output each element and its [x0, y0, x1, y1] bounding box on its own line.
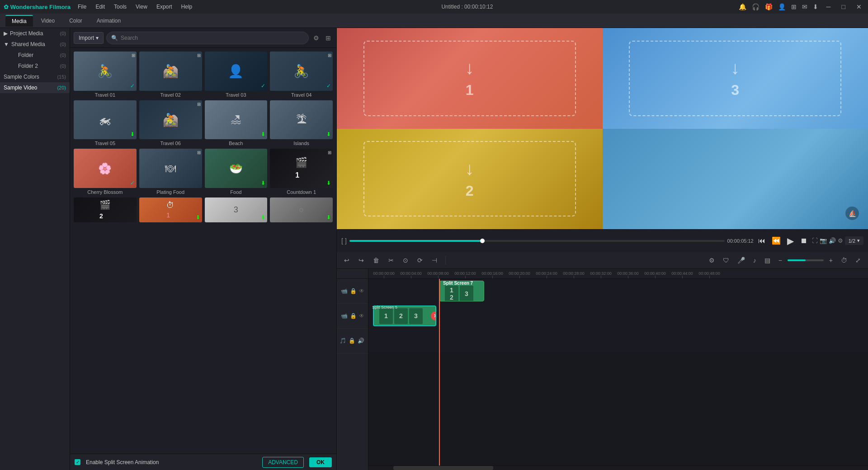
shield-icon[interactable]: 🛡 — [720, 255, 732, 266]
list-item[interactable]: 🥗 ⬇ Food — [205, 149, 268, 195]
mic-icon[interactable]: 🎤 — [735, 255, 748, 266]
download-icon[interactable]: ⬇ — [813, 3, 818, 10]
timeline-scrollbar[interactable] — [368, 465, 868, 470]
settings-gear-icon[interactable]: ⚙ — [706, 255, 717, 266]
filter-icon[interactable]: ⚙ — [311, 33, 321, 43]
list-item[interactable]: 🍽 ⊞ Plating Food — [139, 149, 202, 195]
delete-icon[interactable]: 🗑 — [370, 255, 382, 266]
menu-file[interactable]: File — [74, 3, 90, 11]
user-icon[interactable]: 👤 — [778, 3, 786, 10]
scrollbar-thumb[interactable] — [393, 466, 493, 470]
menu-tools[interactable]: Tools — [110, 3, 130, 11]
play-button[interactable]: ▶ — [785, 234, 796, 248]
layout2-icon[interactable]: ▤ — [762, 255, 773, 266]
list-item[interactable]: 🌸 ✓ Cherry Blossom — [74, 149, 137, 195]
audio-icon[interactable]: ♪ — [750, 255, 759, 266]
progress-thumb — [480, 239, 485, 243]
minus-icon[interactable]: − — [776, 255, 785, 266]
plus-icon[interactable]: + — [826, 255, 835, 266]
list-item[interactable]: ○ ⬇ — [270, 197, 333, 222]
maximize-button[interactable]: □ — [839, 3, 848, 10]
grid-icon[interactable]: ⊞ — [324, 33, 333, 43]
list-item[interactable]: 🏖 ⬇ Beach — [205, 100, 268, 146]
cut-icon[interactable]: ✂ — [386, 255, 396, 266]
playhead[interactable] — [439, 279, 440, 465]
list-item[interactable]: 🚵 ⊞ Travel 02 — [139, 52, 202, 98]
menu-help[interactable]: Help — [178, 3, 196, 11]
volume2-icon[interactable]: 🔊 — [358, 338, 364, 344]
close-button[interactable]: ✕ — [854, 3, 864, 10]
tree-sample-video[interactable]: Sample Video (20) — [0, 82, 70, 93]
settings-icon[interactable]: ⚙ — [838, 237, 843, 244]
menu-export[interactable]: Export — [153, 3, 176, 11]
badge-icon: ⊞ — [328, 150, 331, 155]
progress-fill — [349, 240, 485, 242]
list-item[interactable]: 🎬2 — [74, 197, 137, 222]
step-back-button[interactable]: ⏪ — [770, 235, 783, 247]
lock-icon[interactable]: 🔒 — [350, 288, 357, 294]
lock2-icon[interactable]: 🔒 — [350, 313, 357, 319]
layout-icon[interactable]: ⊞ — [791, 3, 797, 10]
list-item[interactable]: ⏱1 ⬇ — [139, 197, 202, 222]
screenshot-icon[interactable]: 📷 — [820, 237, 827, 244]
search-input[interactable] — [121, 35, 304, 41]
check-icon: ✓ — [326, 83, 331, 89]
eye2-icon[interactable]: 👁 — [359, 313, 364, 319]
drop-zone-1[interactable]: ↓ 1 — [363, 41, 576, 116]
tab-animation[interactable]: Animation — [90, 15, 127, 26]
enable-checkbox[interactable]: ✓ — [75, 459, 80, 465]
volume-icon[interactable]: 🔊 — [829, 237, 836, 244]
drop-zone-2[interactable]: ↓ 3 — [629, 41, 841, 116]
zoom-slider[interactable] — [788, 259, 824, 261]
gift-icon[interactable]: 🎁 — [765, 3, 773, 10]
tab-media[interactable]: Media — [5, 15, 33, 27]
tree-project-media[interactable]: ▶ Project Media (0) — [0, 28, 70, 39]
minimize-button[interactable]: ─ — [824, 3, 834, 10]
list-item[interactable]: 🏝 ⬇ Islands — [270, 100, 333, 146]
ruler-mark: 00:00:08:00 — [425, 271, 452, 278]
notification-icon[interactable]: 🔔 — [739, 3, 746, 10]
advanced-button[interactable]: ADVANCED — [262, 457, 304, 468]
list-item[interactable]: 3 ⬇ — [205, 197, 268, 222]
list-item[interactable]: 🚴 ⊞ ✓ Travel 04 — [270, 52, 333, 98]
lock3-icon[interactable]: 🔒 — [349, 338, 355, 344]
timeline-content: 00:00:00:00 00:00:04:00 00:00:08:00 00:0… — [368, 269, 868, 470]
fit-screen-icon[interactable]: ⛶ — [812, 237, 818, 244]
ok-button[interactable]: OK — [309, 457, 332, 467]
copy-icon[interactable]: ⊙ — [400, 255, 411, 266]
rewind-button[interactable]: ⏮ — [756, 235, 767, 247]
split-icon[interactable]: ⊣ — [429, 255, 440, 266]
redo-icon[interactable]: ↪ — [356, 255, 367, 266]
tab-color[interactable]: Color — [63, 15, 89, 26]
tree-folder[interactable]: Folder (0) — [0, 50, 70, 61]
bracket-right-icon[interactable]: ] — [345, 237, 347, 244]
progress-bar[interactable] — [349, 240, 725, 242]
list-item[interactable]: 🏍 ⬇ Travel 05 — [74, 100, 137, 146]
search-box[interactable]: 🔍 — [106, 32, 309, 44]
tree-sample-colors[interactable]: Sample Colors (15) — [0, 71, 70, 82]
list-item[interactable]: 🎬1 ⊞ ⬇ Countdown 1 — [270, 149, 333, 195]
drop-zone-3[interactable]: ↓ 2 — [363, 141, 576, 216]
clip-split-screen-7[interactable]: Split Screen 7 12 3 — [439, 281, 484, 301]
tree-shared-media[interactable]: ▼ Shared Media (0) — [0, 39, 70, 50]
tree-folder2[interactable]: Folder 2 (0) — [0, 61, 70, 71]
menu-edit[interactable]: Edit — [92, 3, 108, 11]
page-indicator[interactable]: 1/2 ▾ — [845, 236, 863, 245]
mail-icon[interactable]: ✉ — [802, 3, 807, 10]
clock-icon[interactable]: ⏱ — [838, 255, 850, 266]
list-item[interactable]: 🚵 ⊞ Travel 06 — [139, 100, 202, 146]
expand-icon[interactable]: ⤢ — [853, 255, 863, 266]
sample-video-count: (20) — [57, 85, 66, 90]
ruler-mark: 00:00:16:00 — [479, 271, 506, 278]
undo-icon[interactable]: ↩ — [341, 255, 352, 266]
menu-view[interactable]: View — [132, 3, 151, 11]
restore-icon[interactable]: ⟳ — [415, 255, 425, 266]
tab-video[interactable]: Video — [35, 15, 61, 26]
stop-button[interactable]: ⏹ — [798, 235, 809, 247]
list-item[interactable]: 👤 ✓ Travel 03 — [205, 52, 268, 98]
eye-icon[interactable]: 👁 — [359, 288, 364, 294]
bracket-left-icon[interactable]: [ — [341, 237, 343, 244]
headphone-icon[interactable]: 🎧 — [752, 3, 760, 10]
list-item[interactable]: 🚴 ⊞ ✓ Travel 01 — [74, 52, 137, 98]
import-button[interactable]: Import ▾ — [74, 32, 104, 44]
